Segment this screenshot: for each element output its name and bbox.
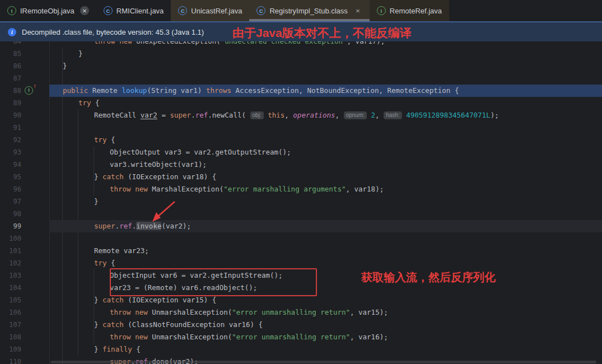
tab-iremoteobj-java[interactable]: IIRemoteObj.java✕ — [0, 0, 96, 21]
code-line[interactable]: Remote var23; — [49, 245, 602, 257]
line-number[interactable]: 100 — [9, 232, 21, 245]
line-number[interactable]: 91 — [13, 122, 21, 134]
gutter[interactable]: 107 — [0, 319, 49, 331]
line-number[interactable]: 90 — [13, 109, 21, 122]
code-line[interactable]: try { — [49, 257, 602, 269]
gutter[interactable]: 108 — [0, 331, 49, 343]
line-number[interactable]: 109 — [9, 343, 21, 356]
line-number[interactable]: 87 — [13, 72, 21, 85]
gutter[interactable]: 105 — [0, 294, 49, 306]
line-number[interactable]: 85 — [13, 48, 21, 60]
code-line[interactable]: try { — [49, 97, 602, 109]
gutter[interactable]: 90 — [0, 109, 49, 122]
code-token: = — [157, 111, 170, 119]
code-line[interactable]: RemoteCall var2 = super.ref.newCall( obj… — [49, 109, 602, 122]
horizontal-scrollbar[interactable] — [50, 361, 596, 363]
code-line[interactable]: var3.writeObject(var1); — [49, 158, 602, 171]
gutter[interactable]: 109 — [0, 343, 49, 356]
gutter[interactable]: 88I↑ — [0, 85, 49, 97]
gutter[interactable]: 97 — [0, 195, 49, 208]
tab-rmiclient-java[interactable]: CRMIClient.java — [96, 0, 171, 21]
gutter[interactable]: 85 — [0, 48, 49, 60]
gutter[interactable]: 95 — [0, 171, 49, 183]
code-editor[interactable]: 84throw new UnexpectedException("undecla… — [0, 21, 602, 364]
code-line-row: 92try { — [0, 134, 602, 146]
gutter[interactable]: 92 — [0, 134, 49, 146]
tab-label: UnicastRef.java — [191, 7, 242, 15]
gutter[interactable]: 98 — [0, 208, 49, 220]
gutter[interactable]: 89 — [0, 97, 49, 109]
line-number[interactable]: 110 — [9, 356, 21, 364]
code-line[interactable]: throw new UnmarshalException("error unma… — [49, 331, 602, 343]
line-number[interactable]: 103 — [9, 269, 21, 282]
line-number[interactable]: 99 — [13, 220, 21, 232]
code-line[interactable]: try { — [49, 134, 602, 146]
line-number[interactable]: 107 — [9, 319, 21, 331]
code-line[interactable]: public Remote lookup(String var1) throws… — [49, 85, 602, 97]
code-line[interactable]: super.ref.invoke(var2); — [49, 220, 602, 232]
code-line[interactable]: } catch (IOException var18) { — [49, 171, 602, 183]
gutter[interactable]: 100 — [0, 232, 49, 245]
gutter[interactable]: 96 — [0, 183, 49, 195]
code-token: , — [375, 111, 384, 119]
code-line[interactable] — [49, 208, 602, 220]
line-number[interactable]: 88 — [13, 85, 21, 97]
annotation-red-box — [110, 268, 317, 296]
close-icon[interactable]: ✕ — [353, 6, 362, 15]
code-token: super — [170, 111, 191, 119]
code-line[interactable]: } — [49, 195, 602, 208]
code-token: } — [94, 320, 102, 329]
gutter[interactable]: 91 — [0, 122, 49, 134]
tab-remoteref-java[interactable]: IRemoteRef.java — [370, 0, 449, 21]
code-line[interactable] — [49, 232, 602, 245]
gutter[interactable]: 93 — [0, 146, 49, 158]
gutter[interactable]: 101 — [0, 245, 49, 257]
gutter[interactable]: 106 — [0, 306, 49, 319]
code-token: "error unmarshalling return" — [232, 308, 350, 316]
line-number[interactable]: 95 — [13, 171, 21, 183]
line-number[interactable]: 94 — [13, 158, 21, 171]
line-number[interactable]: 93 — [13, 146, 21, 158]
tab-registryimpl-stub-class[interactable]: CRegistryImpl_Stub.class✕ — [249, 0, 369, 21]
code-line[interactable] — [49, 72, 602, 85]
code-token: var2 — [141, 111, 157, 119]
code-token: Remote — [92, 86, 122, 95]
code-token: (IOException var15) { — [128, 296, 216, 304]
line-number[interactable]: 105 — [9, 294, 21, 306]
line-number[interactable]: 96 — [13, 183, 21, 195]
code-line[interactable] — [49, 122, 602, 134]
code-token: lookup — [122, 86, 147, 95]
line-number[interactable]: 92 — [13, 134, 21, 146]
gutter[interactable]: 86 — [0, 60, 49, 72]
implements-gutter-icon[interactable]: I↑ — [25, 86, 33, 95]
code-token: ); — [491, 111, 499, 119]
line-number[interactable]: 106 — [9, 306, 21, 319]
line-number[interactable]: 101 — [9, 245, 21, 257]
gutter[interactable]: 102 — [0, 257, 49, 269]
inlay-hint: opnum: — [344, 111, 367, 119]
gutter[interactable]: 103 — [0, 269, 49, 282]
close-icon[interactable]: ✕ — [80, 6, 89, 15]
line-number[interactable]: 108 — [9, 331, 21, 343]
line-number[interactable]: 89 — [13, 97, 21, 109]
line-number[interactable]: 98 — [13, 208, 21, 220]
line-number[interactable]: 102 — [9, 257, 21, 269]
gutter[interactable]: 104 — [0, 282, 49, 294]
code-line[interactable]: } — [49, 48, 602, 60]
line-number[interactable]: 86 — [13, 60, 21, 72]
gutter[interactable]: 110 — [0, 356, 49, 364]
code-token: MarshalException( — [152, 185, 223, 193]
line-number[interactable]: 104 — [9, 282, 21, 294]
code-line[interactable]: } catch (ClassNotFoundException var16) { — [49, 319, 602, 331]
code-line[interactable]: throw new UnmarshalException("error unma… — [49, 306, 602, 319]
gutter[interactable]: 99 — [0, 220, 49, 232]
gutter[interactable]: 87 — [0, 72, 49, 85]
tab-unicastref-java[interactable]: CUnicastRef.java — [171, 0, 249, 21]
code-line[interactable]: } — [49, 60, 602, 72]
line-number[interactable]: 97 — [13, 195, 21, 208]
gutter[interactable]: 94 — [0, 158, 49, 171]
code-line[interactable]: throw new MarshalException("error marsha… — [49, 183, 602, 195]
code-line-row: 97} — [0, 195, 602, 208]
code-line[interactable]: } finally { — [49, 343, 602, 356]
code-line[interactable]: ObjectOutput var3 = var2.getOutputStream… — [49, 146, 602, 158]
